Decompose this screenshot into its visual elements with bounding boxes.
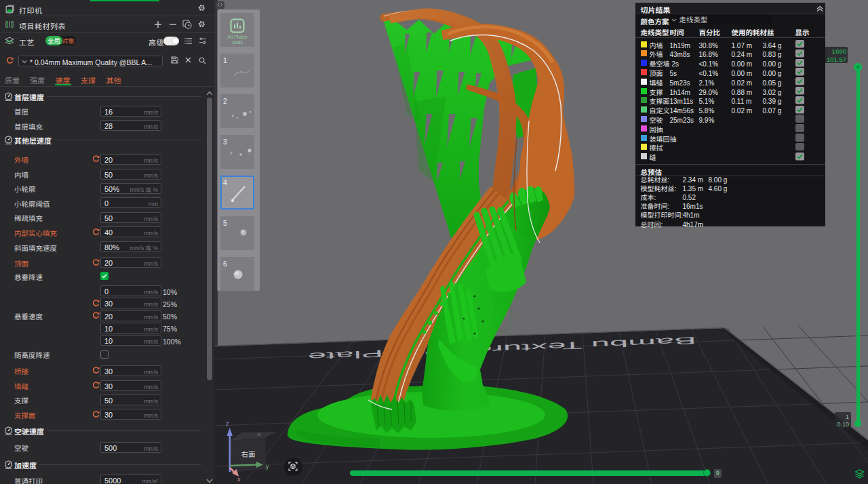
svg-text:y: y bbox=[266, 462, 269, 470]
svg-text:上: 上 bbox=[257, 432, 262, 437]
svg-text:右面: 右面 bbox=[241, 449, 256, 459]
svg-text:x: x bbox=[237, 475, 241, 483]
svg-text:z: z bbox=[226, 419, 229, 428]
